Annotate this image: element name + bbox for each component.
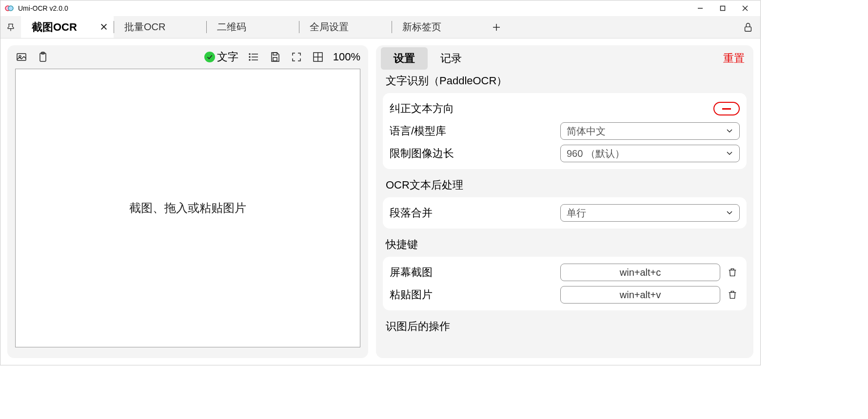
tab-label: 全局设置: [310, 20, 349, 34]
tab-settings[interactable]: 设置: [381, 47, 428, 70]
list-icon[interactable]: [247, 51, 260, 63]
clear-screenshot-hotkey[interactable]: [725, 267, 740, 278]
fullscreen-icon[interactable]: [290, 51, 303, 63]
clear-paste-hotkey[interactable]: [725, 289, 740, 300]
tab-new-tab[interactable]: 新标签页: [392, 16, 484, 38]
tab-global-settings[interactable]: 全局设置: [299, 16, 392, 38]
lock-button[interactable]: [736, 16, 760, 38]
select-merge-value: 单行: [567, 207, 586, 220]
label-lang: 语言/模型库: [390, 124, 555, 138]
svg-point-20: [249, 57, 250, 57]
tab-label: 批量OCR: [124, 20, 165, 34]
label-paste-hotkey: 粘贴图片: [390, 287, 555, 302]
settings-body: 文字识别（PaddleOCR） 纠正文本方向 语言/模型库 简体中文: [376, 72, 753, 358]
text-mode-chip[interactable]: 文字: [204, 50, 238, 64]
svg-point-21: [249, 59, 250, 60]
chevron-down-icon: [726, 148, 733, 159]
check-circle-icon: [204, 52, 215, 62]
select-lang[interactable]: 简体中文: [560, 122, 740, 140]
content: 文字 100% 截图、拖入或粘贴图片 设置 记录 重置 文字识别（PaddleO…: [0, 38, 760, 365]
select-limit-value: 960 （默认）: [567, 147, 625, 160]
left-pane: 文字 100% 截图、拖入或粘贴图片: [7, 45, 368, 358]
window-title: Umi-OCR v2.0.0: [18, 4, 68, 12]
card-ocr-engine: 纠正文本方向 语言/模型库 简体中文 限制图像边长: [383, 93, 747, 169]
card-postproc: 段落合并 单行: [383, 197, 747, 229]
svg-rect-11: [745, 27, 751, 31]
label-limit: 限制图像边长: [390, 146, 555, 161]
svg-rect-22: [273, 53, 277, 55]
tab-label: 二维码: [217, 20, 246, 34]
right-pane-head: 设置 记录 重置: [376, 45, 753, 72]
paste-icon[interactable]: [37, 51, 49, 63]
svg-point-1: [8, 6, 13, 11]
section-title-after: 识图后的操作: [383, 317, 747, 339]
image-icon[interactable]: [15, 51, 28, 63]
chevron-down-icon: [726, 126, 733, 137]
card-hotkeys: 屏幕截图 win+alt+c 粘贴图片 win+alt+v: [383, 257, 747, 310]
label-screenshot-hotkey: 屏幕截图: [390, 265, 555, 280]
tab-history[interactable]: 记录: [428, 47, 474, 70]
tab-label: 新标签页: [402, 20, 441, 34]
save-icon[interactable]: [269, 51, 281, 63]
minimize-button[interactable]: [689, 0, 711, 16]
close-button[interactable]: [734, 0, 756, 16]
toggle-orient[interactable]: [713, 102, 740, 115]
tabbar: 截图OCR 批量OCR 二维码 全局设置 新标签页: [0, 16, 760, 38]
section-title-postproc: OCR文本后处理: [383, 176, 747, 197]
svg-rect-23: [273, 57, 277, 61]
tab-screenshot-ocr[interactable]: 截图OCR: [21, 16, 114, 38]
text-mode-label: 文字: [217, 50, 238, 64]
section-title-hotkeys: 快捷键: [383, 235, 747, 257]
section-title-ocr: 文字识别（PaddleOCR）: [383, 72, 747, 93]
drop-area-hint: 截图、拖入或粘贴图片: [129, 200, 246, 216]
chevron-down-icon: [726, 208, 733, 219]
left-toolbar: 文字 100%: [7, 45, 368, 69]
pin-button[interactable]: [0, 16, 21, 38]
svg-rect-3: [721, 6, 725, 11]
label-merge: 段落合并: [390, 206, 555, 220]
add-tab-button[interactable]: [484, 16, 509, 38]
zoom-level[interactable]: 100%: [333, 51, 360, 63]
titlebar: Umi-OCR v2.0.0: [0, 0, 760, 16]
maximize-button[interactable]: [711, 0, 734, 16]
tab-batch-ocr[interactable]: 批量OCR: [114, 16, 206, 38]
right-pane: 设置 记录 重置 文字识别（PaddleOCR） 纠正文本方向 语言/模型库 简…: [376, 45, 753, 358]
input-paste-hotkey[interactable]: win+alt+v: [560, 286, 720, 304]
select-merge[interactable]: 单行: [560, 204, 740, 222]
svg-point-19: [249, 54, 250, 55]
app-icon: [4, 3, 14, 13]
label-orient: 纠正文本方向: [390, 101, 555, 116]
tab-label: 截图OCR: [32, 20, 77, 35]
input-screenshot-hotkey[interactable]: win+alt+c: [560, 264, 720, 281]
select-limit[interactable]: 960 （默认）: [560, 145, 740, 162]
close-tab-icon[interactable]: [100, 21, 108, 34]
reset-button[interactable]: 重置: [723, 51, 745, 66]
select-lang-value: 简体中文: [567, 125, 606, 138]
drop-area[interactable]: 截图、拖入或粘贴图片: [15, 69, 360, 347]
tab-qrcode[interactable]: 二维码: [206, 16, 299, 38]
fit-icon[interactable]: [312, 51, 324, 63]
